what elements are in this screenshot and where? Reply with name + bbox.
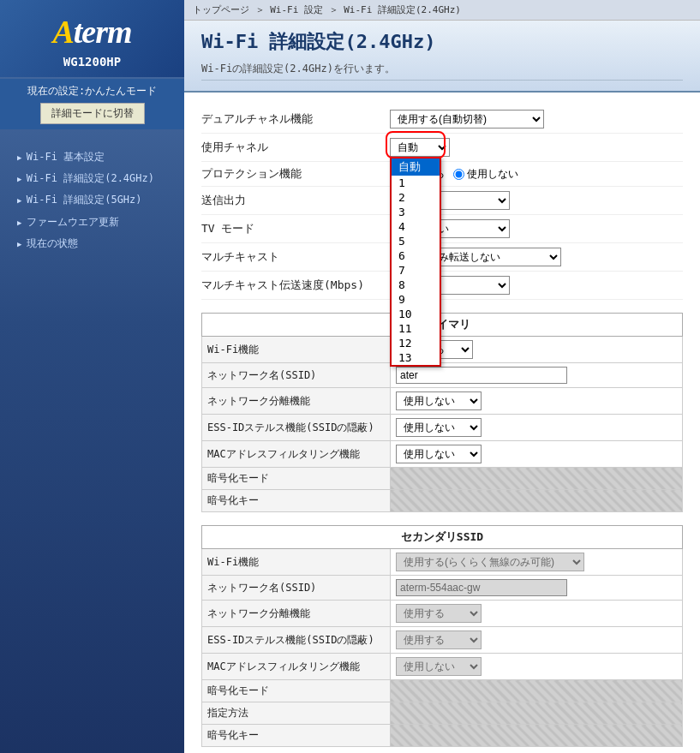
primary-stealth-select[interactable]: 使用しない	[396, 418, 482, 437]
channel-dropdown-container: 自動 自動 1 2 3 4 5 6 7 8	[390, 138, 450, 157]
sidebar-mode: 現在の設定:かんたんモード 詳細モードに切替	[0, 79, 184, 129]
secondary-method-label: 指定方法	[202, 702, 391, 725]
secondary-enc-mode-value	[391, 680, 683, 702]
primary-enc-mode-label: 暗号化モード	[202, 468, 391, 490]
channel-option-6[interactable]: 6	[392, 248, 440, 263]
secondary-ssid-input[interactable]	[396, 579, 567, 596]
secondary-enc-key-label: 暗号化キー	[202, 725, 391, 747]
sidebar-item-wifi-24ghz[interactable]: Wi-Fi 詳細設定(2.4GHz)	[9, 168, 176, 189]
secondary-stealth-value: 使用する	[391, 627, 683, 654]
channel-option-3[interactable]: 3	[392, 205, 440, 219]
secondary-mac-select[interactable]: 使用しない	[396, 657, 482, 676]
secondary-stealth-row: ESS-IDステルス機能(SSIDの隠蔽) 使用する	[202, 627, 683, 654]
dual-channel-select[interactable]: 使用する(自動切替) 使用しない	[390, 110, 544, 128]
channel-option-5[interactable]: 5	[392, 234, 440, 248]
sidebar-item-status[interactable]: 現在の状態	[9, 233, 176, 254]
multicast-label: マルチキャスト	[201, 249, 390, 265]
secondary-mac-value: 使用しない	[391, 654, 683, 680]
primary-enc-mode-row: 暗号化モード	[202, 468, 683, 490]
channel-option-4[interactable]: 4	[392, 219, 440, 234]
txpower-label: 送信出力	[201, 193, 390, 208]
primary-ssid-header: プライマリ	[202, 314, 683, 337]
dual-channel-label: デュアルチャネル機能	[201, 111, 390, 127]
secondary-isolation-select[interactable]: 使用する	[396, 604, 482, 623]
protection-label: プロテクション機能	[201, 166, 390, 182]
primary-isolation-row: ネットワーク分離機能 使用しない	[202, 388, 683, 415]
primary-enc-key-value	[391, 490, 683, 512]
sidebar-logo: Aterm WG1200HP	[0, 0, 184, 77]
channel-option-1[interactable]: 1	[392, 176, 440, 190]
sidebar-nav: Wi-Fi 基本設定 Wi-Fi 詳細設定(2.4GHz) Wi-Fi 詳細設定…	[0, 146, 184, 254]
primary-enc-key-row: 暗号化キー	[202, 490, 683, 512]
sidebar-model: WG1200HP	[9, 55, 176, 69]
protection-row: プロテクション機能 使用する 使用しない	[201, 162, 683, 187]
primary-ssid-name-label: ネットワーク名(SSID)	[202, 363, 391, 388]
primary-stealth-row: ESS-IDステルス機能(SSIDの隠蔽) 使用しない	[202, 415, 683, 441]
secondary-stealth-select[interactable]: 使用する	[396, 630, 482, 649]
channel-label: 使用チャネル	[201, 140, 390, 155]
secondary-ssid-name-value	[391, 576, 683, 601]
switch-mode-button[interactable]: 詳細モードに切替	[40, 103, 145, 124]
primary-ssid-input[interactable]	[396, 367, 567, 384]
channel-option-13[interactable]: 13	[392, 350, 440, 365]
channel-option-auto[interactable]: 自動	[392, 158, 440, 176]
primary-mac-row: MACアドレスフィルタリング機能 使用しない	[202, 441, 683, 468]
secondary-enc-mode-label: 暗号化モード	[202, 680, 391, 702]
primary-isolation-select[interactable]: 使用しない	[396, 391, 482, 410]
channel-option-11[interactable]: 11	[392, 321, 440, 336]
channel-option-9[interactable]: 9	[392, 292, 440, 307]
page-header: Wi-Fi 詳細設定(2.4GHz) Wi-Fiの詳細設定(2.4GHz)を行い…	[184, 21, 700, 93]
secondary-ssid-name-label: ネットワーク名(SSID)	[202, 576, 391, 601]
secondary-wifi-value: 使用する(らくらく無線のみ可能)	[391, 549, 683, 576]
primary-wifi-row: Wi-Fi機能 使用する	[202, 337, 683, 363]
txpower-row: 送信出力 100%	[201, 187, 683, 215]
secondary-wifi-row: Wi-Fi機能 使用する(らくらく無線のみ可能)	[202, 549, 683, 576]
sidebar-item-wifi-basic[interactable]: Wi-Fi 基本設定	[9, 146, 176, 168]
primary-wifi-label: Wi-Fi機能	[202, 337, 391, 363]
tvmode-row: TV モード 使用しない	[201, 215, 683, 243]
secondary-ssid-table: セカンダリSSID Wi-Fi機能 使用する(らくらく無線のみ可能) ネットワー…	[201, 525, 683, 747]
tvmode-label: TV モード	[201, 221, 390, 236]
primary-enc-key-label: 暗号化キー	[202, 490, 391, 512]
secondary-isolation-value: 使用する	[391, 601, 683, 627]
channel-value: 自動 自動 1 2 3 4 5 6 7 8	[390, 138, 683, 157]
channel-option-12[interactable]: 12	[392, 336, 440, 350]
secondary-ssid-header: セカンダリSSID	[202, 526, 683, 549]
primary-stealth-value: 使用しない	[391, 415, 683, 441]
settings-section: デュアルチャネル機能 使用する(自動切替) 使用しない 使用チャネル 自動	[201, 105, 683, 300]
secondary-wifi-select[interactable]: 使用する(らくらく無線のみ可能)	[396, 553, 584, 571]
channel-option-7[interactable]: 7	[392, 263, 440, 278]
channel-row: 使用チャネル 自動 自動 1 2 3 4	[201, 134, 683, 162]
multicast-speed-label: マルチキャスト伝送速度(Mbps)	[201, 278, 390, 293]
secondary-ssid-name-row: ネットワーク名(SSID)	[202, 576, 683, 601]
secondary-wifi-label: Wi-Fi機能	[202, 549, 391, 576]
sidebar-item-firmware[interactable]: ファームウエア更新	[9, 212, 176, 233]
protection-nouse-label[interactable]: 使用しない	[453, 167, 518, 182]
primary-ssid-name-row: ネットワーク名(SSID)	[202, 363, 683, 388]
protection-nouse-radio[interactable]	[453, 169, 464, 180]
channel-dropdown: 自動 1 2 3 4 5 6 7 8 9 10 11 12	[390, 157, 441, 367]
secondary-isolation-label: ネットワーク分離機能	[202, 601, 391, 627]
sidebar-item-wifi-5ghz[interactable]: Wi-Fi 詳細設定(5GHz)	[9, 189, 176, 211]
primary-isolation-label: ネットワーク分離機能	[202, 388, 391, 415]
main-content: トップページ ＞ Wi-Fi 設定 ＞ Wi-Fi 詳細設定(2.4GHz) W…	[184, 0, 700, 753]
primary-mac-value: 使用しない	[391, 441, 683, 468]
channel-option-2[interactable]: 2	[392, 190, 440, 205]
secondary-enc-key-value	[391, 725, 683, 747]
page-title: Wi-Fi 詳細設定(2.4GHz)	[201, 29, 683, 55]
primary-isolation-value: 使用しない	[391, 388, 683, 415]
secondary-enc-mode-row: 暗号化モード	[202, 680, 683, 702]
primary-mac-label: MACアドレスフィルタリング機能	[202, 441, 391, 468]
secondary-isolation-row: ネットワーク分離機能 使用する	[202, 601, 683, 627]
breadcrumb: トップページ ＞ Wi-Fi 設定 ＞ Wi-Fi 詳細設定(2.4GHz)	[184, 0, 700, 21]
primary-mac-select[interactable]: 使用しない	[396, 445, 482, 463]
dual-channel-row: デュアルチャネル機能 使用する(自動切替) 使用しない	[201, 105, 683, 134]
channel-select[interactable]: 自動	[390, 138, 450, 157]
primary-enc-mode-value	[391, 468, 683, 490]
content-area: デュアルチャネル機能 使用する(自動切替) 使用しない 使用チャネル 自動	[184, 93, 700, 753]
logo-text: Aterm	[9, 13, 176, 51]
dual-channel-value: 使用する(自動切替) 使用しない	[390, 110, 683, 128]
primary-ssid-table: プライマリ Wi-Fi機能 使用する ネットワーク名(SSID) ネットワーク分…	[201, 313, 683, 512]
channel-option-10[interactable]: 10	[392, 307, 440, 321]
channel-option-8[interactable]: 8	[392, 278, 440, 292]
